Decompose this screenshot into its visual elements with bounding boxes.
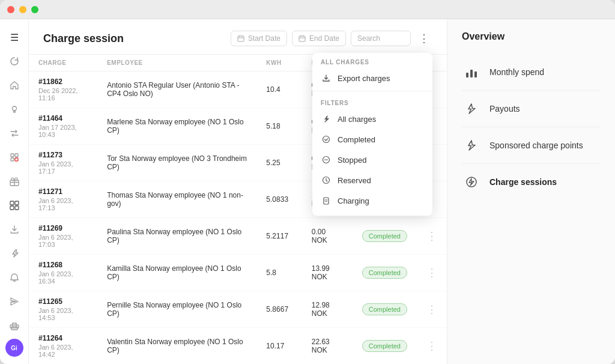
col-employee: EMPLOYEE (97, 55, 256, 71)
filters-section-label: FILTERS (312, 94, 432, 109)
cell-kwh: 5.25 (256, 145, 301, 181)
start-date-input[interactable]: Start Date (231, 31, 287, 46)
svg-point-14 (323, 136, 330, 143)
table-row[interactable]: #11269 Jan 6 2023, 17:03 Paulina Sta Nor… (29, 218, 447, 255)
sidebar-icon-dashboard[interactable] (4, 195, 25, 216)
filter-completed[interactable]: Completed (312, 129, 432, 150)
status-badge: Completed (362, 303, 407, 315)
sidebar-icon-package[interactable] (4, 147, 25, 168)
panel-item-sponsored[interactable]: Sponsored charge points (462, 127, 601, 164)
sidebar: ☰ (0, 19, 29, 364)
payouts-label: Payouts (489, 104, 520, 114)
cell-employee: Marlene Sta Norway employee (NO 1 Oslo C… (97, 108, 256, 145)
cell-charge-id: #11265 Jan 6 2023, 14:53 (29, 291, 97, 328)
cell-employee: Tor Sta Norway employee (NO 3 Trondheim … (97, 145, 256, 181)
sidebar-bottom: Gi (4, 315, 25, 357)
sidebar-icon-gift[interactable] (4, 171, 25, 192)
table-row[interactable]: #11268 Jan 6 2023, 16:34 Kamilla Sta Nor… (29, 255, 447, 291)
cell-employee: Valentin Sta Norway employee (NO 1 Oslo … (97, 328, 256, 365)
cell-kwh: 10.4 (256, 71, 301, 108)
sponsored-label: Sponsored charge points (489, 141, 583, 150)
bolt-filter-icon (321, 114, 332, 124)
sidebar-icon-bolt[interactable] (4, 243, 25, 264)
sidebar-icon-refresh[interactable] (4, 50, 25, 72)
cell-kwh: 5.8 (256, 255, 301, 291)
search-input[interactable]: Search (351, 31, 411, 46)
svg-rect-18 (466, 73, 468, 77)
header-controls: Start Date End Date Search ⋮ (231, 30, 432, 47)
filter-charging-label: Charging (338, 196, 369, 205)
cell-charge-id: #11268 Jan 6 2023, 16:34 (29, 255, 97, 291)
stopped-filter-icon (321, 154, 332, 165)
payouts-icon (462, 99, 481, 118)
all-charges-section-label: ALL CHARGES (312, 53, 432, 68)
svg-rect-12 (238, 36, 244, 41)
sponsored-icon (462, 136, 481, 155)
page-title: Charge session (43, 32, 223, 45)
sidebar-icon-print[interactable] (4, 315, 25, 336)
minimize-button[interactable] (19, 6, 26, 13)
panel-item-monthly-spend[interactable]: Monthly spend (462, 54, 601, 91)
search-placeholder: Search (357, 34, 380, 43)
more-options-button[interactable]: ⋮ (416, 30, 432, 47)
cell-kwh: 5.2117 (256, 218, 301, 255)
table-row[interactable]: #11265 Jan 6 2023, 14:53 Pernille Sta No… (29, 291, 447, 328)
sidebar-icon-bulb[interactable] (4, 99, 25, 120)
completed-filter-icon (321, 134, 332, 145)
dropdown-divider (312, 91, 432, 91)
svg-rect-13 (299, 36, 305, 41)
row-more-button[interactable]: ⋮ (417, 328, 447, 365)
table-row[interactable]: #11264 Jan 6 2023, 14:42 Valentin Sta No… (29, 328, 447, 365)
panel-item-charge-sessions[interactable]: Charge sessions (462, 164, 601, 200)
end-date-label: End Date (309, 34, 339, 43)
calendar-icon-2 (298, 35, 306, 42)
cell-price: 13.99 NOK (302, 255, 353, 291)
cell-kwh: 5.18 (256, 108, 301, 145)
cell-status: Completed (353, 328, 417, 365)
export-charges-item[interactable]: Export charges (312, 68, 432, 88)
sidebar-icon-home[interactable] (4, 74, 25, 96)
filter-all-charges[interactable]: All charges (312, 109, 432, 129)
cell-employee: Thomas Sta Norway employee (NO 1 non-gov… (97, 181, 256, 218)
reserved-filter-icon (321, 175, 332, 186)
export-icon (321, 73, 332, 83)
calendar-icon (237, 35, 244, 42)
row-more-button[interactable]: ⋮ (417, 291, 447, 328)
svg-rect-20 (474, 71, 477, 77)
cell-kwh: 5.0833 (256, 181, 301, 218)
charge-sessions-label: Charge sessions (489, 177, 557, 187)
maximize-button[interactable] (31, 6, 38, 13)
end-date-input[interactable]: End Date (292, 31, 346, 46)
filter-reserved[interactable]: Reserved (312, 170, 432, 190)
sidebar-icon-menu[interactable]: ☰ (4, 26, 25, 48)
sidebar-icon-download[interactable] (4, 219, 25, 240)
cell-employee: Antonio STA Regular User (Antonio STA - … (97, 71, 256, 108)
cell-charge-id: #11273 Jan 6 2023, 17:17 (29, 145, 97, 181)
row-more-button[interactable]: ⋮ (417, 218, 447, 255)
svg-rect-3 (11, 158, 14, 161)
close-button[interactable] (7, 6, 14, 13)
main-content: Charge session Start Date End Date Searc… (29, 19, 447, 364)
cell-kwh: 5.8667 (256, 291, 301, 328)
sidebar-icon-bell[interactable] (4, 267, 25, 288)
cell-charge-id: #11269 Jan 6 2023, 17:03 (29, 218, 97, 255)
titlebar (0, 0, 615, 19)
svg-rect-7 (15, 201, 19, 205)
export-label: Export charges (338, 74, 390, 83)
svg-rect-9 (15, 206, 19, 210)
filter-all-charges-label: All charges (338, 115, 376, 124)
row-more-button[interactable]: ⋮ (417, 255, 447, 291)
cell-charge-id: #11862 Dec 26 2022, 11:16 (29, 71, 97, 108)
filter-stopped[interactable]: Stopped (312, 150, 432, 170)
panel-title: Overview (462, 31, 601, 42)
right-panel: Overview Monthly spend Payouts Sponsored… (447, 19, 615, 364)
cell-status: Completed (353, 255, 417, 291)
sidebar-icon-transfer[interactable] (4, 123, 25, 144)
filter-charging[interactable]: Charging (312, 190, 432, 211)
sidebar-icon-send[interactable] (4, 291, 25, 312)
cell-charge-id: #11464 Jan 17 2023, 10:43 (29, 108, 97, 145)
panel-item-payouts[interactable]: Payouts (462, 91, 601, 127)
cell-charge-id: #11271 Jan 6 2023, 17:13 (29, 181, 97, 218)
avatar[interactable]: Gi (5, 339, 23, 357)
cell-charge-id: #11264 Jan 6 2023, 14:42 (29, 328, 97, 365)
